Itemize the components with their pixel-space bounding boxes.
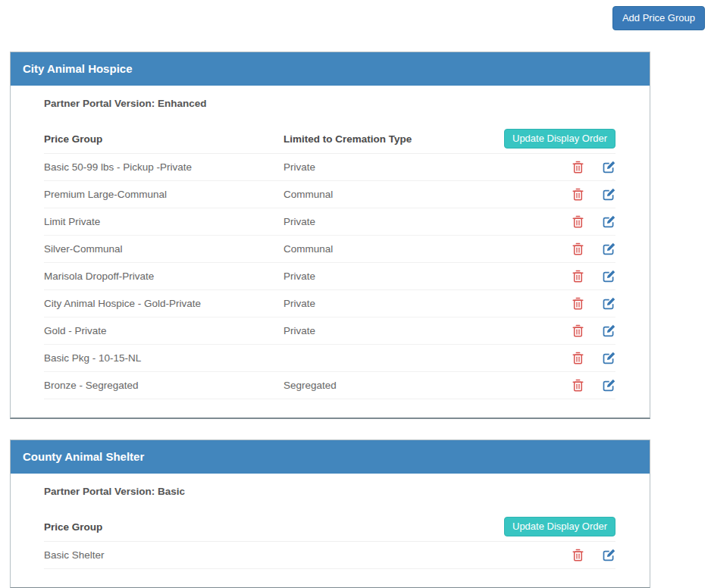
cell-price-group: Basic Pkg - 10-15-NL bbox=[44, 352, 283, 364]
cell-cremation-type: Private bbox=[283, 271, 509, 282]
table-row: Basic 50-99 lbs - Pickup -Private Privat… bbox=[44, 154, 615, 181]
table-header-row: Price Group Limited to Cremation Type Up… bbox=[44, 129, 615, 154]
edit-pencil-square-icon[interactable] bbox=[603, 270, 615, 283]
edit-pencil-square-icon[interactable] bbox=[603, 242, 615, 255]
delete-trash-icon[interactable] bbox=[572, 297, 584, 310]
delete-trash-icon[interactable] bbox=[572, 188, 584, 201]
row-actions bbox=[509, 324, 615, 337]
delete-trash-icon[interactable] bbox=[572, 379, 584, 392]
portal-version-label: Partner Portal Version: Basic bbox=[44, 486, 615, 497]
cell-cremation-type: Communal bbox=[283, 189, 509, 200]
row-actions bbox=[509, 215, 615, 228]
cell-cremation-type: Communal bbox=[283, 243, 509, 255]
panels-container: City Animal Hospice Partner Portal Versi… bbox=[0, 0, 711, 588]
delete-trash-icon[interactable] bbox=[572, 242, 584, 255]
table-body: Basic Shelter bbox=[44, 542, 615, 569]
cell-cremation-type: Private bbox=[283, 325, 509, 336]
price-group-table: Price Group Limited to Cremation Type Up… bbox=[44, 129, 615, 399]
cell-price-group: Limit Private bbox=[44, 216, 283, 227]
panel-body: Partner Portal Version: Basic Price Grou… bbox=[11, 474, 650, 587]
edit-pencil-square-icon[interactable] bbox=[603, 352, 615, 364]
header-actions: Update Display Order bbox=[509, 517, 615, 536]
delete-trash-icon[interactable] bbox=[572, 270, 584, 283]
cell-price-group: Bronze - Segregated bbox=[44, 380, 283, 391]
panel-body: Partner Portal Version: Enhanced Price G… bbox=[11, 86, 650, 418]
cell-price-group: City Animal Hospice - Gold-Private bbox=[44, 298, 283, 309]
table-row: Premium Large-Communal Communal bbox=[44, 181, 615, 208]
row-actions bbox=[509, 352, 615, 364]
partner-panel: City Animal Hospice Partner Portal Versi… bbox=[10, 52, 650, 419]
cell-price-group: Silver-Communal bbox=[44, 243, 283, 255]
edit-pencil-square-icon[interactable] bbox=[603, 161, 615, 174]
edit-pencil-square-icon[interactable] bbox=[603, 549, 615, 561]
row-actions bbox=[509, 161, 615, 174]
panel-header: County Animal Shelter bbox=[11, 440, 650, 474]
cell-cremation-type: Private bbox=[283, 161, 509, 173]
row-actions bbox=[509, 549, 615, 561]
cell-price-group: Gold - Private bbox=[44, 325, 283, 336]
table-row: City Animal Hospice - Gold-Private Priva… bbox=[44, 290, 615, 317]
delete-trash-icon[interactable] bbox=[572, 215, 584, 228]
cell-price-group: Basic Shelter bbox=[44, 549, 283, 561]
add-price-group-button[interactable]: Add Price Group bbox=[612, 6, 705, 30]
portal-version-label: Partner Portal Version: Enhanced bbox=[44, 98, 615, 109]
table-row: Silver-Communal Communal bbox=[44, 236, 615, 263]
table-row: Marisola Dropoff-Private Private bbox=[44, 263, 615, 290]
column-header-cremation-type: Limited to Cremation Type bbox=[283, 133, 509, 145]
cell-cremation-type: Private bbox=[283, 216, 509, 227]
table-row: Basic Shelter bbox=[44, 542, 615, 569]
edit-pencil-square-icon[interactable] bbox=[603, 188, 615, 201]
table-row: Gold - Private Private bbox=[44, 317, 615, 345]
cell-cremation-type: Segregated bbox=[283, 380, 509, 391]
delete-trash-icon[interactable] bbox=[572, 549, 584, 561]
edit-pencil-square-icon[interactable] bbox=[603, 379, 615, 392]
table-body: Basic 50-99 lbs - Pickup -Private Privat… bbox=[44, 154, 615, 399]
update-display-order-button[interactable]: Update Display Order bbox=[504, 517, 615, 536]
edit-pencil-square-icon[interactable] bbox=[603, 215, 615, 228]
cell-cremation-type: Private bbox=[283, 298, 509, 309]
delete-trash-icon[interactable] bbox=[572, 352, 584, 364]
delete-trash-icon[interactable] bbox=[572, 324, 584, 337]
delete-trash-icon[interactable] bbox=[572, 161, 584, 174]
update-display-order-button[interactable]: Update Display Order bbox=[504, 129, 615, 149]
cell-price-group: Premium Large-Communal bbox=[44, 189, 283, 200]
row-actions bbox=[509, 270, 615, 283]
edit-pencil-square-icon[interactable] bbox=[603, 297, 615, 310]
column-header-price-group: Price Group bbox=[44, 133, 283, 145]
row-actions bbox=[509, 297, 615, 310]
table-row: Limit Private Private bbox=[44, 208, 615, 236]
panel-title: County Animal Shelter bbox=[23, 450, 144, 463]
row-actions bbox=[509, 188, 615, 201]
column-header-price-group: Price Group bbox=[44, 521, 283, 533]
row-actions bbox=[509, 379, 615, 392]
table-row: Bronze - Segregated Segregated bbox=[44, 372, 615, 399]
table-header-row: Price Group Update Display Order bbox=[44, 517, 615, 542]
row-actions bbox=[509, 242, 615, 255]
edit-pencil-square-icon[interactable] bbox=[603, 324, 615, 337]
partner-panel: County Animal Shelter Partner Portal Ver… bbox=[10, 439, 650, 588]
header-actions: Update Display Order bbox=[509, 129, 615, 149]
table-row: Basic Pkg - 10-15-NL bbox=[44, 345, 615, 372]
price-group-table: Price Group Update Display Order Basic S… bbox=[44, 517, 615, 569]
cell-price-group: Basic 50-99 lbs - Pickup -Private bbox=[44, 161, 283, 173]
panel-header: City Animal Hospice bbox=[11, 52, 650, 86]
cell-price-group: Marisola Dropoff-Private bbox=[44, 271, 283, 282]
panel-title: City Animal Hospice bbox=[23, 62, 132, 75]
